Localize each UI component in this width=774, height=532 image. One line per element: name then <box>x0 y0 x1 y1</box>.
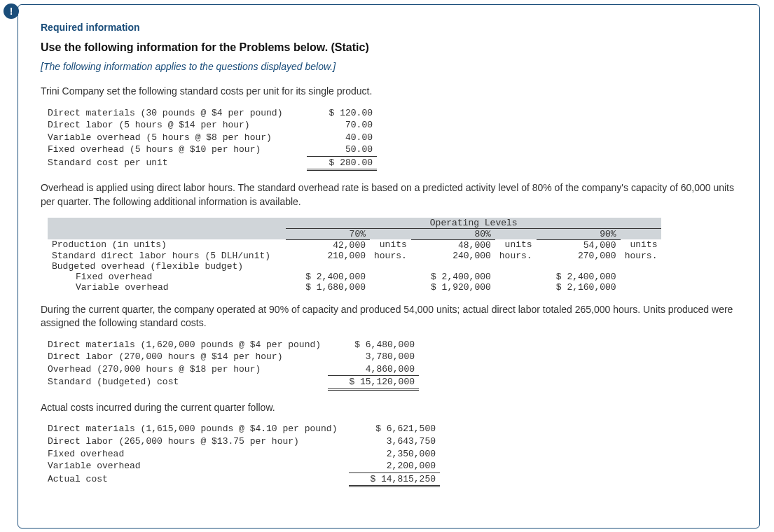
std-label: Direct labor (270,000 hours @ $14 per ho… <box>48 351 328 363</box>
operating-levels-table: Operating Levels 70% 80% 90% Production … <box>48 218 661 293</box>
op-row-label: Standard direct labor hours (5 DLH/unit) <box>48 251 286 261</box>
op-val: 54,000 <box>537 239 621 251</box>
act-value: $ 6,621,500 <box>349 423 440 435</box>
op-val: $ 2,400,000 <box>411 272 495 282</box>
actual-costs-table: Direct materials (1,615,000 pounds @ $4.… <box>48 423 737 487</box>
cost-value: 50.00 <box>307 144 377 157</box>
content-panel: Required information Use the following i… <box>18 4 760 528</box>
op-val: 240,000 <box>411 251 495 261</box>
op-unit: units <box>370 239 411 251</box>
cost-value: $ 120.00 <box>307 107 377 120</box>
level-80: 80% <box>411 228 495 239</box>
std-value: 4,860,000 <box>328 363 419 377</box>
std-label: Overhead (270,000 hours @ $18 per hour) <box>48 363 328 377</box>
op-val: $ 2,160,000 <box>537 282 621 293</box>
note-text: [The following information applies to th… <box>41 61 737 72</box>
actual-paragraph: Actual costs incurred during the current… <box>41 401 737 415</box>
alert-badge: ! <box>4 4 19 19</box>
std-label: Direct materials (1,620,000 pounds @ $4 … <box>48 339 328 351</box>
std-total-label: Standard (budgeted) cost <box>48 376 328 391</box>
std-value: 3,780,000 <box>328 351 419 363</box>
op-val: $ 1,680,000 <box>286 282 370 293</box>
cost-label: Variable overhead (5 hours @ $8 per hour… <box>48 132 307 144</box>
op-header: Operating Levels <box>286 218 661 229</box>
cost-label: Direct materials (30 pounds @ $4 per pou… <box>48 107 307 120</box>
act-value: 2,200,000 <box>349 460 440 473</box>
op-unit: units <box>495 239 537 251</box>
cost-label: Fixed overhead (5 hours @ $10 per hour) <box>48 144 307 157</box>
op-val: 42,000 <box>286 239 370 251</box>
act-label: Direct materials (1,615,000 pounds @ $4.… <box>48 423 349 435</box>
op-row-label: Budgeted overhead (flexible budget) <box>48 261 286 272</box>
cost-total-value: $ 280.00 <box>307 157 377 172</box>
main-title: Use the following information for the Pr… <box>41 41 737 54</box>
op-unit: units <box>621 239 662 251</box>
op-val: 210,000 <box>286 251 370 261</box>
required-info-heading: Required information <box>41 22 737 33</box>
op-unit: hours. <box>621 251 662 261</box>
standard-cost-table: Direct materials (30 pounds @ $4 per pou… <box>48 107 737 172</box>
act-total-value: $ 14,815,250 <box>349 473 440 488</box>
op-val: 48,000 <box>411 239 495 251</box>
op-unit: hours. <box>370 251 411 261</box>
act-label: Variable overhead <box>48 460 349 473</box>
op-val: $ 1,920,000 <box>411 282 495 293</box>
op-row-label: Production (in units) <box>48 239 286 251</box>
act-value: 3,643,750 <box>349 435 440 448</box>
during-paragraph: During the current quarter, the company … <box>41 303 737 330</box>
op-unit: hours. <box>495 251 537 261</box>
intro-paragraph: Trini Company set the following standard… <box>41 85 737 99</box>
std-total-value: $ 15,120,000 <box>328 376 419 391</box>
op-val: 270,000 <box>537 251 621 261</box>
std-value: $ 6,480,000 <box>328 339 419 351</box>
cost-label: Direct labor (5 hours @ $14 per hour) <box>48 119 307 132</box>
act-value: 2,350,000 <box>349 448 440 461</box>
cost-value: 70.00 <box>307 119 377 132</box>
alert-icon: ! <box>10 6 13 17</box>
act-label: Fixed overhead <box>48 448 349 461</box>
op-val: $ 2,400,000 <box>537 272 621 282</box>
standard-budgeted-table: Direct materials (1,620,000 pounds @ $4 … <box>48 339 737 391</box>
cost-value: 40.00 <box>307 132 377 144</box>
overhead-paragraph: Overhead is applied using direct labor h… <box>41 181 737 209</box>
op-val: $ 2,400,000 <box>286 272 370 282</box>
cost-total-label: Standard cost per unit <box>48 157 307 172</box>
op-row-label: Variable overhead <box>48 282 286 293</box>
act-total-label: Actual cost <box>48 473 349 488</box>
level-70: 70% <box>286 228 370 239</box>
op-row-label: Fixed overhead <box>48 272 286 282</box>
level-90: 90% <box>537 228 621 239</box>
act-label: Direct labor (265,000 hours @ $13.75 per… <box>48 435 349 448</box>
